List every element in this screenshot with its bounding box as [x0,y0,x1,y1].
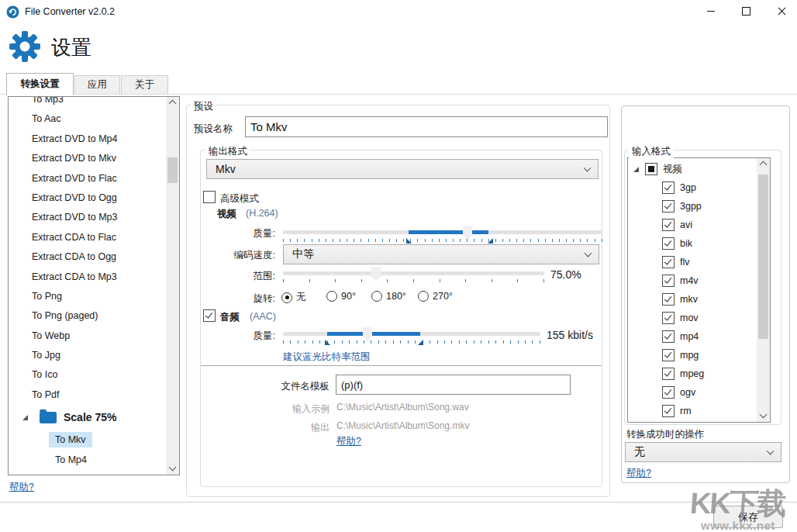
close-button[interactable] [766,0,797,22]
scroll-up-icon[interactable] [169,100,177,108]
format-checkbox[interactable] [662,368,675,380]
tree-node-format[interactable]: mov [628,309,770,327]
tree-node-format[interactable]: mpeg [628,364,770,383]
scroll-up-icon[interactable] [760,161,768,169]
preset-folder-node[interactable]: Scale 75% [9,405,166,430]
input-formats-help-link[interactable]: 帮助? [626,467,651,480]
post-action-select[interactable]: 无 [625,442,781,462]
preset-name-input[interactable] [245,116,608,137]
rotation-radio-none[interactable]: 无 [281,291,306,304]
format-checkbox[interactable] [662,256,675,268]
tree-node-format[interactable]: mpg [628,346,770,364]
tree-node-format[interactable]: rm [628,402,770,420]
preset-list-item[interactable]: To Pdf [9,385,166,405]
minimize-button[interactable] [695,0,726,22]
gear-icon [8,29,42,67]
chevron-down-icon [585,250,592,257]
bluray-bitrate-link[interactable]: 建议蓝光比特率范围 [283,351,371,364]
input-example-value: C:\Music\Artist\Album\Song.wav [336,402,469,413]
filename-template-input[interactable] [336,375,571,395]
audio-quality-slider[interactable] [283,332,540,336]
rotation-radio-180[interactable]: 180° [371,291,406,302]
preset-list-item[interactable]: To Ico [9,365,166,385]
folder-label: Scale 75% [64,411,117,423]
rotation-radio-90[interactable]: 90° [326,291,356,302]
preset-list-item[interactable]: Extract CDA to Mp3 [9,268,166,287]
preset-list-item[interactable]: Extract CDA to Ogg [9,247,166,267]
format-checkbox[interactable] [662,386,675,399]
filename-template-label: 文件名模板 [264,380,329,393]
video-group-checkbox[interactable] [645,163,657,175]
format-checkbox[interactable] [662,349,675,361]
preset-list-item[interactable]: Extract DVD to Mkv [9,149,166,168]
input-formats-tree: 视频 3gp 3gpp avi bik flv m4v mkv mov mp4 … [627,157,771,423]
preset-list-item[interactable]: Extract DVD to Mp3 [9,208,166,227]
tab-about[interactable]: 关于 [121,75,168,94]
expander-open-icon[interactable] [22,414,29,421]
save-button[interactable]: 保存 [713,506,783,528]
format-checkbox[interactable] [662,405,675,417]
scrollbar-thumb[interactable] [167,157,178,183]
preset-list: To Mp3 To Aac Extract DVD to Mp4 Extract… [8,96,180,475]
video-quality-slider[interactable] [283,230,602,234]
audio-enabled-checkbox[interactable] [203,309,216,322]
chevron-down-icon [767,447,775,455]
filename-help-link[interactable]: 帮助? [336,435,361,448]
format-checkbox[interactable] [662,293,675,306]
tree-node-format[interactable]: mkv [628,290,770,309]
audio-quality-ticks [283,340,540,344]
scrollbar-thumb[interactable] [758,174,768,339]
sidebar-scrollbar[interactable] [166,97,179,475]
format-checkbox[interactable] [662,200,675,212]
encoding-speed-select[interactable]: 中等 [283,244,599,264]
advanced-mode-label: 高级模式 [220,192,259,206]
tree-node-format[interactable]: bik [628,234,770,253]
preset-list-item[interactable]: To Jpg [9,346,166,365]
radio-icon [371,291,382,302]
tree-node-format[interactable]: mp4 [628,327,770,346]
preset-list-item[interactable]: To Mp3 [9,96,166,109]
video-scale-ticks [283,279,544,282]
preset-list-item[interactable]: To Aac [9,109,166,129]
maximize-button[interactable] [730,0,761,22]
preset-list-item[interactable]: Extract DVD to Ogg [9,188,166,208]
scroll-down-icon[interactable] [760,411,768,419]
tree-scrollbar[interactable] [757,158,770,422]
format-checkbox[interactable] [662,237,675,250]
tree-node-format[interactable]: flv [628,253,770,271]
format-checkbox[interactable] [662,181,675,194]
tab-application[interactable]: 应用 [74,75,120,94]
tree-node-format[interactable]: ogv [628,383,770,402]
video-quality-ticks [283,239,602,242]
audio-codec-label: (AAC) [250,311,276,322]
sidebar-help-link[interactable]: 帮助? [9,481,34,494]
preset-list-item-selected[interactable]: To Mkv [9,430,166,450]
radio-icon [281,292,292,303]
preset-list-item[interactable]: Extract DVD to Flac [9,169,166,188]
preset-list-item[interactable]: Extract CDA to Flac [9,228,166,247]
format-checkbox[interactable] [662,330,675,343]
preset-list-item[interactable]: To Png [9,287,166,306]
preset-list-item[interactable]: To Png (paged) [9,306,166,326]
tree-node-format[interactable]: 3gpp [628,197,770,216]
format-checkbox[interactable] [662,275,675,287]
input-formats-group-label: 输入格式 [629,145,674,158]
video-scale-slider[interactable] [283,271,544,275]
tab-conversion-settings[interactable]: 转换设置 [6,73,74,95]
tree-node-format[interactable]: m4v [628,271,770,290]
tree-node-format[interactable]: avi [628,216,770,234]
rotation-radio-270[interactable]: 270° [418,291,453,302]
preset-list-item[interactable]: To Webp [9,326,166,346]
advanced-mode-checkbox[interactable] [203,191,216,203]
maximize-icon [742,7,750,16]
preset-list-item[interactable]: To Mp4 [9,450,166,470]
radio-icon [326,291,337,302]
tree-node-video[interactable]: 视频 [628,160,770,178]
expander-open-icon[interactable] [633,166,640,173]
tree-node-format[interactable]: 3gp [628,178,770,197]
output-format-select[interactable]: Mkv [206,159,599,179]
format-checkbox[interactable] [662,312,675,324]
scroll-down-icon[interactable] [169,464,177,472]
format-checkbox[interactable] [662,219,675,231]
preset-list-item[interactable]: Extract DVD to Mp4 [9,130,166,149]
